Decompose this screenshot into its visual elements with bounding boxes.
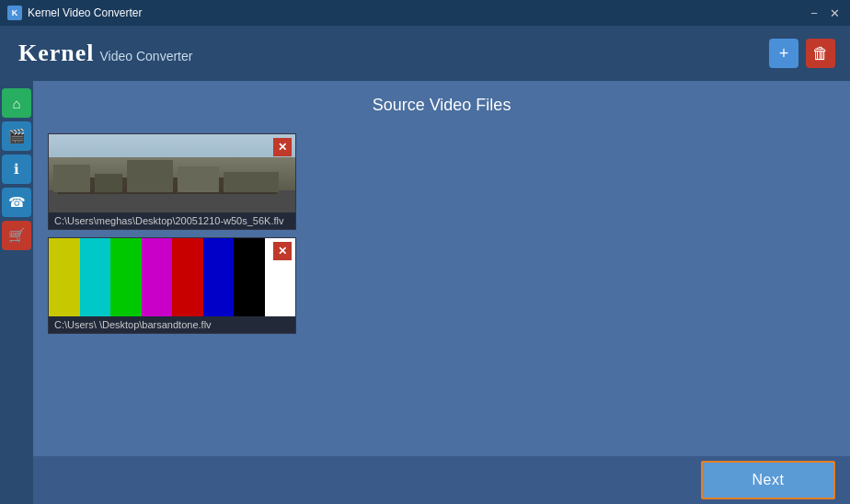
file-list: ✕ C:\Users\meghas\Desktop\20051210-w50s_… <box>33 126 850 456</box>
close-video-1-button[interactable]: ✕ <box>273 138 292 156</box>
sidebar-item-home[interactable]: ⌂ <box>2 88 31 118</box>
video-card-1[interactable]: ✕ C:\Users\meghas\Desktop\20051210-w50s_… <box>48 133 296 230</box>
app-icon: K <box>7 6 22 20</box>
close-video-2-button[interactable]: ✕ <box>273 242 292 260</box>
phone-icon: ☎ <box>8 194 26 211</box>
header-actions: + 🗑 <box>769 39 835 68</box>
app-logo: Kernel Video Converter <box>18 40 192 67</box>
bar-yellow <box>49 238 80 316</box>
video-1-path: C:\Users\meghas\Desktop\20051210-w50s_56… <box>49 212 295 229</box>
next-button[interactable]: Next <box>701 461 835 499</box>
window-title: Kernel Video Converter <box>28 6 143 19</box>
section-title: Source Video Files <box>33 81 850 126</box>
sidebar-item-video[interactable]: 🎬 <box>2 121 31 151</box>
bar-cyan <box>80 238 111 316</box>
info-icon: ℹ <box>14 161 19 178</box>
bar-red <box>172 238 203 316</box>
logo-kernel-text: Kernel <box>18 40 95 67</box>
bar-magenta <box>142 238 173 316</box>
main-wrapper: ⌂ 🎬 ℹ ☎ 🛒 Source Video Files <box>0 81 850 504</box>
delete-file-button[interactable]: 🗑 <box>806 39 835 68</box>
video-2-path: C:\Users\ \Desktop\barsandtone.flv <box>49 316 295 333</box>
sidebar-item-phone[interactable]: ☎ <box>2 188 31 217</box>
sidebar-item-info[interactable]: ℹ <box>2 155 31 184</box>
logo-subtitle-text: Video Converter <box>100 49 193 63</box>
content-area: Source Video Files <box>33 81 850 504</box>
sidebar: ⌂ 🎬 ℹ ☎ 🛒 <box>0 81 33 504</box>
thumbnail-bars <box>49 238 295 316</box>
window-controls: − ✕ <box>806 5 843 21</box>
footer: Next <box>33 456 850 504</box>
video-icon: 🎬 <box>8 128 26 144</box>
home-icon: ⌂ <box>12 96 20 111</box>
title-bar-left: K Kernel Video Converter <box>7 6 143 20</box>
cart-icon: 🛒 <box>8 227 26 244</box>
bar-green <box>110 238 142 316</box>
app-header: Kernel Video Converter + 🗑 <box>0 26 850 81</box>
bar-blue <box>203 238 235 316</box>
thumbnail-street <box>49 134 295 212</box>
add-file-button[interactable]: + <box>769 39 798 68</box>
close-button[interactable]: ✕ <box>826 5 843 21</box>
title-bar: K Kernel Video Converter − ✕ <box>0 0 850 26</box>
video-card-2[interactable]: ✕ C:\Users\ \Desktop\barsandtone.flv <box>48 237 296 334</box>
minimize-button[interactable]: − <box>806 5 822 21</box>
bar-black <box>234 238 265 316</box>
sidebar-item-cart[interactable]: 🛒 <box>2 221 31 250</box>
